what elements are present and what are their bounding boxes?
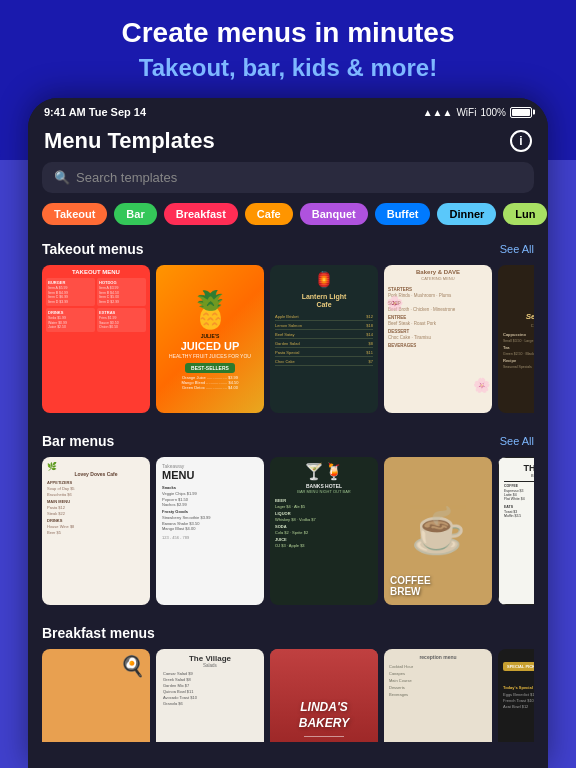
- card-breakfast-warm[interactable]: 🍳 Dinner BreakfastMenu: [42, 649, 150, 742]
- takeout-see-all[interactable]: See All: [500, 243, 534, 255]
- card-lovey-doves[interactable]: 🌿 Lovey Doves Cafe APPETIZERS Soup of Da…: [42, 457, 150, 605]
- takeout-section: Takeout menus See All TAKEOUT MENU BURGE…: [28, 235, 548, 427]
- special-badge: SPECIAL PICK: [503, 662, 534, 671]
- takeout-section-header: Takeout menus See All: [42, 241, 534, 257]
- card-lindas-bakery[interactable]: LINDA'SBAKERY Est. 1985: [270, 649, 378, 742]
- delights-items: Today's Special Eggs Benedict $14 French…: [503, 685, 534, 709]
- battery-icon: [510, 107, 532, 118]
- hero-section: Create menus in minutes Takeout, bar, ki…: [0, 16, 576, 82]
- card-delights[interactable]: SPECIAL PICK DELIGHTS Today's Special Eg…: [498, 649, 534, 742]
- breakfast-section-title: Breakfast menus: [42, 625, 155, 641]
- best-sellers-badge: BEST-SELLERS: [185, 363, 235, 373]
- pill-dinner[interactable]: Dinner: [437, 203, 496, 225]
- breakfast-section: Breakfast menus 🍳 Dinner BreakfastMenu: [28, 619, 548, 742]
- seasons-coffee-img: ☕: [503, 270, 534, 310]
- pill-buffet[interactable]: Buffet: [375, 203, 431, 225]
- app-title: Menu Templates: [44, 128, 215, 154]
- takeout-col-drinks: DRINKS Soda $1.99 Water $0.99 Juice $2.5…: [46, 308, 95, 332]
- search-placeholder: Search templates: [76, 170, 177, 185]
- card-the-village[interactable]: The Village Salads Caesar Salad $9 Greek…: [156, 649, 264, 742]
- reception-items: Cocktail Hour Canapes Main Course Desser…: [389, 664, 487, 697]
- wifi-icon: WiFi: [456, 107, 476, 118]
- lovey-sections: APPETIZERS Soup of Day $5 Bruschetta $6 …: [47, 480, 145, 535]
- app-header: Menu Templates i: [28, 122, 548, 162]
- plant-emoji: 🌿: [47, 462, 145, 471]
- coffee-menu-grid: COFFEEEspresso $3Latte $4Flat White $4 T…: [504, 484, 534, 518]
- village-title: The Village: [161, 654, 259, 663]
- pill-banquet[interactable]: Banquet: [300, 203, 368, 225]
- card-takeaway-menu[interactable]: Takeaway MENU Snacks Veggie Chips $1.99 …: [156, 457, 264, 605]
- pill-breakfast[interactable]: Breakfast: [164, 203, 238, 225]
- reception-title: reception menu: [389, 654, 487, 660]
- status-icons: ▲▲▲ WiFi 100%: [423, 107, 532, 118]
- cocktail-emoji: 🍸🍹: [275, 462, 373, 481]
- bar-cards-row: 🌿 Lovey Doves Cafe APPETIZERS Soup of Da…: [42, 457, 534, 605]
- lantern-logo: 🏮: [275, 270, 373, 289]
- takeaway-phone: 123 - 456 - 789: [162, 535, 258, 540]
- banks-sections: BEER Lager $4 · Ale $5 LIQUOR Whiskey $8…: [275, 498, 373, 548]
- pill-cafe[interactable]: Cafe: [245, 203, 293, 225]
- takeaway-menu-title: MENU: [162, 469, 258, 481]
- status-time: 9:41 AM Tue Sep 14: [44, 106, 146, 118]
- julies-label: JULIE'S: [201, 333, 220, 339]
- bar-see-all[interactable]: See All: [500, 435, 534, 447]
- card-reception[interactable]: reception menu Cocktail Hour Canapes Mai…: [384, 649, 492, 742]
- price-lines: Orange Juice .................. $3.99 Ma…: [182, 375, 239, 390]
- lantern-items: Apple Brisket$12 Lemon Salmon$18 Beef Sa…: [275, 314, 373, 366]
- floral-right: 🌸: [473, 377, 490, 393]
- lovey-title: Lovey Doves Cafe: [47, 471, 145, 477]
- card-banks-hotel[interactable]: 🍸🍹 BANKS HOTEL BAR MENU NIGHT OUT BAR BE…: [270, 457, 378, 605]
- seasons-title: Seasons Cafe: [503, 312, 534, 321]
- card-takeout-red[interactable]: TAKEOUT MENU BURGER Item A $5.99 Item B …: [42, 265, 150, 413]
- card-the-coffee[interactable]: THE COFFEE BREWING SINCE 1931 COFFEEEspr…: [498, 457, 534, 605]
- the-coffee-title: THE COFFEE: [504, 463, 534, 473]
- search-icon: 🔍: [54, 170, 70, 185]
- juiced-tagline: HEALTHY FRUIT JUICES FOR YOU: [169, 353, 251, 359]
- battery-pct: 100%: [480, 107, 506, 118]
- card-bakery-dave[interactable]: 🌸 🌸 Bakery & DAVECATERING MENU STARTERS …: [384, 265, 492, 413]
- status-bar: 9:41 AM Tue Sep 14 ▲▲▲ WiFi 100%: [28, 98, 548, 122]
- pill-lunch[interactable]: Lun: [503, 203, 547, 225]
- category-pills: Takeout Bar Breakfast Cafe Banquet Buffe…: [28, 203, 548, 235]
- breakfast-section-header: Breakfast menus: [42, 625, 534, 641]
- card-coffee-brew[interactable]: ☕ COFFEEBREW: [384, 457, 492, 605]
- battery-fill: [512, 109, 530, 116]
- takeout-section-title: Takeout menus: [42, 241, 144, 257]
- bakery-sections: STARTERS Pork Rinds · Mushroom · Plums S…: [388, 287, 488, 348]
- search-bar[interactable]: 🔍 Search templates: [42, 162, 534, 193]
- takeout-col-hotdog: HOTDOG Item A $3.99 Item B $4.50 Item C …: [97, 278, 146, 306]
- delights-title: DELIGHTS: [503, 674, 534, 681]
- juiced-inner: 🍍 JULIE'S JUICED UP HEALTHY FRUIT JUICES…: [156, 265, 264, 413]
- info-icon[interactable]: i: [510, 130, 532, 152]
- bakery-dave-title: Bakery & DAVECATERING MENU: [388, 269, 488, 281]
- brewing-since: BREWING SINCE 1931: [504, 473, 534, 478]
- fruit-emoji: 🍍: [188, 289, 233, 331]
- breakfast-cards-row: 🍳 Dinner BreakfastMenu The Village Salad…: [42, 649, 534, 742]
- takeout-cards-row: TAKEOUT MENU BURGER Item A $5.99 Item B …: [42, 265, 534, 413]
- village-subtitle: Salads: [161, 663, 259, 668]
- banks-subtitle: BAR MENU NIGHT OUT BAR: [275, 489, 373, 494]
- pill-takeout[interactable]: Takeout: [42, 203, 107, 225]
- lindas-inner: LINDA'SBAKERY Est. 1985: [299, 649, 349, 742]
- card-lantern[interactable]: 🏮 Lantern LightCafe Apple Brisket$12 Lem…: [270, 265, 378, 413]
- signal-icon: ▲▲▲: [423, 107, 453, 118]
- breakfast-emoji: 🍳: [120, 654, 145, 678]
- phone-content[interactable]: 🔍 Search templates Takeout Bar Breakfast…: [28, 162, 548, 742]
- floral-left: 🌸: [386, 295, 403, 311]
- juiced-up-label: JUICED UP: [181, 341, 240, 352]
- lantern-title: Lantern LightCafe: [275, 293, 373, 310]
- takeout-col-extras: EXTRAS Fries $1.99 Sauce $0.50 Onion $0.…: [97, 308, 146, 332]
- coffee-brew-overlay: COFFEEBREW: [390, 575, 486, 597]
- hero-subtitle: Takeout, bar, kids & more!: [20, 54, 556, 82]
- card-seasons-cafe[interactable]: ☕ Seasons Cafe Coffee House Est. 2010 Ca…: [498, 265, 534, 413]
- seasons-tagline: Coffee House Est. 2010: [503, 323, 534, 328]
- takeaway-items: Snacks Veggie Chips $1.99 Popcorn $1.50 …: [162, 485, 258, 531]
- seasons-items: Cappuccino Small $3.50 · Large $4.50 Tea…: [503, 332, 534, 369]
- takeout-col-burger: BURGER Item A $5.99 Item B $4.99 Item C …: [46, 278, 95, 306]
- pill-bar[interactable]: Bar: [114, 203, 156, 225]
- phone-mockup: 9:41 AM Tue Sep 14 ▲▲▲ WiFi 100% Menu Te…: [28, 98, 548, 768]
- card-juiced-up[interactable]: 🍍 JULIE'S JUICED UP HEALTHY FRUIT JUICES…: [156, 265, 264, 413]
- bar-section: Bar menus See All 🌿 Lovey Doves Cafe APP…: [28, 427, 548, 619]
- bar-section-title: Bar menus: [42, 433, 114, 449]
- takeout-red-label: TAKEOUT MENU: [46, 269, 146, 275]
